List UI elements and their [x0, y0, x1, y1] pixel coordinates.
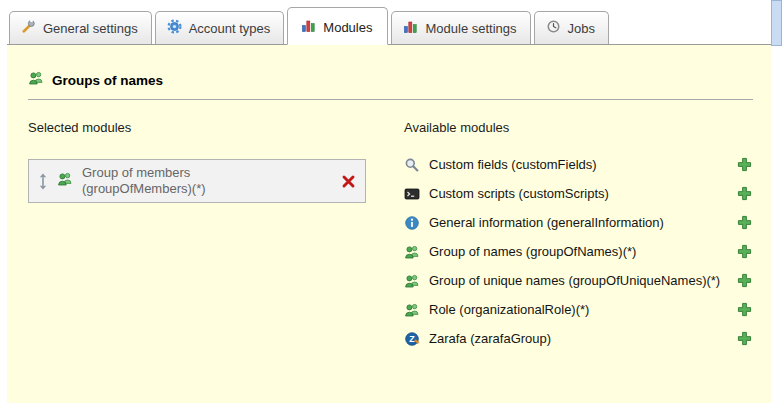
wrench-icon [21, 19, 36, 37]
module-label: Role (organizationalRole)(*) [429, 302, 589, 317]
add-icon[interactable] [737, 215, 752, 230]
script-icon [404, 186, 420, 202]
content-panel: Groups of names Selected modules [7, 44, 771, 403]
selected-module-row: Group of members (groupOfMembers)(*) [28, 159, 366, 203]
clock-icon [546, 19, 561, 37]
tab-account-types[interactable]: Account types [155, 11, 285, 44]
available-module-row: Z Zarafa (zarafaGroup) [404, 324, 755, 353]
svg-text:Z: Z [409, 334, 415, 344]
group-icon [404, 273, 420, 289]
module-label: Group of names (groupOfNames)(*) [429, 244, 636, 259]
selected-module-name: Group of members [82, 165, 206, 181]
section-divider [28, 99, 753, 100]
add-icon[interactable] [737, 244, 752, 259]
available-module-row: Group of unique names (groupOfUniqueName… [404, 266, 755, 295]
available-module-row: Role (organizationalRole)(*) [404, 295, 755, 324]
add-icon[interactable] [737, 273, 752, 288]
module-label: Custom scripts (customScripts) [429, 186, 609, 201]
group-icon [57, 171, 73, 191]
available-module-row: Group of names (groupOfNames)(*) [404, 237, 755, 266]
bar-chart-icon [403, 19, 418, 37]
group-icon [404, 244, 420, 260]
info-icon [404, 215, 420, 231]
add-icon[interactable] [737, 331, 752, 346]
tab-modules[interactable]: Modules [287, 7, 388, 45]
add-icon[interactable] [737, 157, 752, 172]
module-label: General information (generalInformation) [429, 215, 664, 230]
zarafa-icon: Z [404, 331, 420, 347]
group-icon [28, 70, 44, 90]
tab-label: Modules [323, 20, 372, 35]
drag-handle-icon[interactable] [38, 173, 48, 190]
tab-general-settings[interactable]: General settings [9, 11, 152, 44]
tab-bar: General settings Account types Modules [7, 5, 771, 45]
available-module-row: General information (generalInformation) [404, 208, 755, 237]
tab-label: Jobs [568, 21, 595, 36]
tab-label: General settings [43, 21, 138, 36]
group-icon [404, 302, 420, 318]
module-label: Zarafa (zarafaGroup) [429, 331, 551, 346]
module-label: Group of unique names (groupOfUniqueName… [429, 273, 720, 288]
magnifier-icon [404, 157, 420, 173]
add-icon[interactable] [737, 302, 752, 317]
tab-module-settings[interactable]: Module settings [391, 11, 530, 44]
selected-modules-column: Selected modules [28, 114, 380, 353]
section-header: Groups of names [28, 70, 755, 90]
available-module-row: Custom fields (customFields) [404, 150, 755, 179]
selected-module-id: (groupOfMembers)(*) [82, 181, 206, 197]
selected-module-label: Group of members (groupOfMembers)(*) [82, 165, 206, 197]
scrollbar-thumb[interactable] [771, 0, 782, 46]
available-module-row: Custom scripts (customScripts) [404, 179, 755, 208]
module-label: Custom fields (customFields) [429, 157, 597, 172]
tab-label: Account types [189, 21, 271, 36]
gear-icon [167, 19, 182, 37]
page-title: Groups of names [52, 73, 163, 88]
available-modules-list: Custom fields (customFields) [404, 150, 755, 353]
available-modules-column: Available modules Custom fields (customF… [404, 114, 755, 353]
delete-icon[interactable] [341, 174, 356, 189]
bar-chart-icon [301, 18, 316, 36]
selected-modules-heading: Selected modules [28, 120, 380, 135]
tab-label: Module settings [425, 21, 516, 36]
available-modules-heading: Available modules [404, 120, 755, 135]
add-icon[interactable] [737, 186, 752, 201]
tab-jobs[interactable]: Jobs [534, 11, 609, 44]
